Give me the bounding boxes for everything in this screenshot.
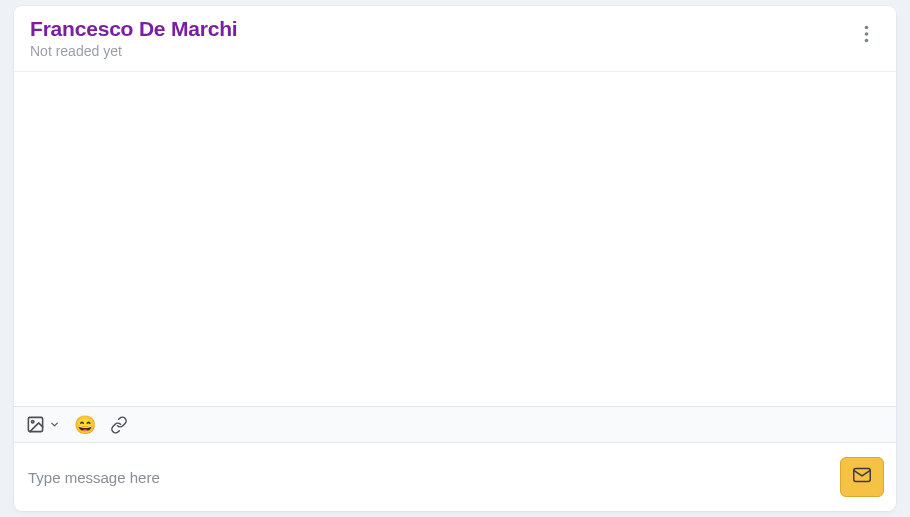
compose-toolbar: 😄 <box>14 407 896 443</box>
envelope-icon <box>851 464 873 490</box>
emoji-picker-button[interactable]: 😄 <box>74 416 96 434</box>
svg-point-0 <box>864 26 868 30</box>
message-input[interactable] <box>28 469 830 486</box>
chat-subtitle: Not readed yet <box>30 43 237 59</box>
attach-link-button[interactable] <box>110 416 128 434</box>
chat-title: Francesco De Marchi <box>30 16 237 42</box>
link-icon <box>110 416 128 434</box>
compose-footer: 😄 <box>14 406 896 511</box>
vertical-dots-icon <box>864 25 869 47</box>
svg-point-2 <box>864 39 868 43</box>
attach-image-button[interactable] <box>26 415 60 434</box>
smile-emoji-icon: 😄 <box>74 416 96 434</box>
message-list-area <box>14 72 896 406</box>
send-button[interactable] <box>840 457 884 497</box>
svg-rect-5 <box>854 469 871 482</box>
chevron-down-icon <box>49 419 60 430</box>
chat-header: Francesco De Marchi Not readed yet <box>14 6 896 72</box>
more-options-button[interactable] <box>852 22 880 50</box>
svg-point-4 <box>32 421 34 423</box>
compose-row <box>14 443 896 511</box>
svg-point-1 <box>864 32 868 36</box>
header-text-block: Francesco De Marchi Not readed yet <box>30 16 237 59</box>
chat-card: Francesco De Marchi Not readed yet <box>14 6 896 511</box>
image-icon <box>26 415 45 434</box>
